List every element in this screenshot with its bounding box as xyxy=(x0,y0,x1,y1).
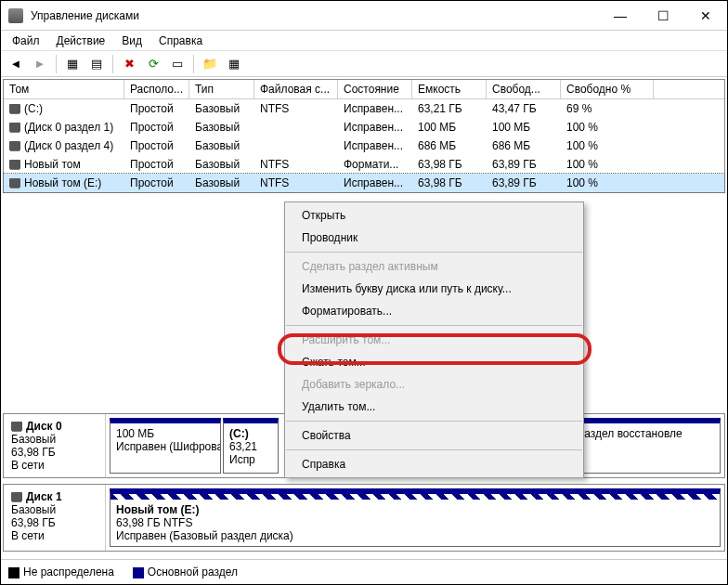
delete-icon[interactable]: ✖ xyxy=(118,53,140,75)
toolbar-separator xyxy=(56,55,57,73)
ctx-add-mirror: Добавить зеркало... xyxy=(285,373,583,396)
col-free-pct[interactable]: Свободно % xyxy=(561,80,654,98)
ctx-format[interactable]: Форматировать... xyxy=(285,300,583,322)
table-cell: Исправен... xyxy=(338,138,412,153)
table-cell: Простой xyxy=(124,157,189,172)
table-cell: Исправен... xyxy=(338,176,412,190)
menu-view[interactable]: Вид xyxy=(114,32,150,49)
ctx-properties[interactable]: Свойства xyxy=(285,424,583,447)
table-cell: 100 % xyxy=(561,120,654,135)
table-row[interactable]: Новый том (E:)ПростойБазовыйNTFSИсправен… xyxy=(4,174,724,192)
menu-action[interactable]: Действие xyxy=(49,32,113,49)
list-icon[interactable]: ▦ xyxy=(223,53,245,75)
volume-icon xyxy=(9,104,20,113)
volume-list-body: (C:)ПростойБазовыйNTFSИсправен...63,21 Г… xyxy=(4,99,724,192)
volume-list: Том Располо... Тип Файловая с... Состоян… xyxy=(3,79,725,193)
forward-button[interactable]: ► xyxy=(29,53,51,75)
table-cell: 100 % xyxy=(561,157,654,172)
disk-label: Диск 0 Базовый 63,98 ГБ В сети xyxy=(4,414,106,477)
legend-swatch-blue xyxy=(133,567,144,578)
table-cell: 100 % xyxy=(561,176,654,190)
ctx-help[interactable]: Справка xyxy=(285,453,583,475)
table-cell: Новый том (E:) xyxy=(4,176,124,190)
table-cell: Простой xyxy=(124,120,189,135)
context-menu: Открыть Проводник Сделать раздел активны… xyxy=(284,202,584,478)
disk-partitions: Новый том (E:)63,98 ГБ NTFSИсправен (Баз… xyxy=(106,485,724,551)
maximize-button[interactable]: ☐ xyxy=(642,1,684,31)
volume-icon xyxy=(9,123,20,132)
col-capacity[interactable]: Емкость xyxy=(412,80,487,98)
minimize-button[interactable]: — xyxy=(599,1,642,31)
volume-icon xyxy=(9,178,20,188)
view-details-button[interactable]: ▦ xyxy=(61,53,84,75)
table-cell: NTFS xyxy=(254,101,338,116)
ctx-open[interactable]: Открыть xyxy=(285,204,583,227)
legend-unallocated: Не распределена xyxy=(8,566,114,578)
table-cell: Базовый xyxy=(189,176,254,190)
toolbar-separator xyxy=(112,55,113,73)
col-status[interactable]: Состояние xyxy=(338,80,412,98)
table-cell: Формати... xyxy=(338,157,412,172)
table-row[interactable]: (Диск 0 раздел 4)ПростойБазовыйИсправен.… xyxy=(4,136,724,155)
volume-icon xyxy=(9,160,20,169)
table-cell: Простой xyxy=(124,138,189,153)
table-cell: Базовый xyxy=(189,157,254,172)
disk-row-1[interactable]: Диск 1 Базовый 63,98 ГБ В сети Новый том… xyxy=(3,484,725,552)
table-cell: 686 МБ xyxy=(412,138,487,153)
ctx-explorer[interactable]: Проводник xyxy=(285,227,583,249)
table-cell: 43,47 ГБ xyxy=(487,101,561,116)
table-cell: 63,89 ГБ xyxy=(487,157,561,172)
table-cell: 63,21 ГБ xyxy=(412,101,487,116)
menu-help[interactable]: Справка xyxy=(151,32,210,49)
ctx-separator xyxy=(286,421,582,422)
partition[interactable]: Новый том (E:)63,98 ГБ NTFSИсправен (Баз… xyxy=(110,488,721,547)
table-row[interactable]: (Диск 0 раздел 1)ПростойБазовыйИсправен.… xyxy=(4,118,724,136)
table-cell: 686 МБ xyxy=(487,138,561,153)
table-cell: 100 % xyxy=(561,138,654,153)
table-cell: (Диск 0 раздел 1) xyxy=(4,120,124,135)
col-free[interactable]: Свобод... xyxy=(487,80,561,98)
ctx-make-active: Сделать раздел активным xyxy=(285,255,583,278)
menubar: Файл Действие Вид Справка xyxy=(1,31,727,51)
table-cell: NTFS xyxy=(254,157,338,172)
legend: Не распределена Основной раздел xyxy=(1,559,727,584)
table-cell: Простой xyxy=(124,176,189,190)
col-volume[interactable]: Том xyxy=(4,80,124,98)
titlebar: Управление дисками — ☐ ✕ xyxy=(1,1,727,31)
table-cell: Исправен... xyxy=(338,101,412,116)
table-cell: Базовый xyxy=(189,138,254,153)
table-cell xyxy=(254,138,338,153)
ctx-change-letter[interactable]: Изменить букву диска или путь к диску... xyxy=(285,278,583,300)
back-button[interactable]: ◄ xyxy=(5,53,27,75)
properties-button[interactable]: ▤ xyxy=(85,53,108,75)
close-button[interactable]: ✕ xyxy=(684,1,727,31)
table-cell: Исправен... xyxy=(338,120,412,135)
col-type[interactable]: Тип xyxy=(189,80,254,98)
ctx-separator xyxy=(286,252,582,253)
partition[interactable]: (C:)63,21Испр xyxy=(223,418,279,474)
col-layout[interactable]: Располо... xyxy=(124,80,189,98)
table-cell: Базовый xyxy=(189,120,254,135)
table-cell: Новый том xyxy=(4,157,124,172)
volume-icon xyxy=(9,141,20,150)
table-cell: (C:) xyxy=(4,101,124,116)
disk-icon xyxy=(11,422,22,431)
refresh-button[interactable]: ⟳ xyxy=(142,53,164,75)
table-cell: 63,98 ГБ xyxy=(412,176,487,190)
rescan-button[interactable]: ▭ xyxy=(166,53,188,75)
window-controls: — ☐ ✕ xyxy=(599,1,727,31)
table-row[interactable]: Новый томПростойБазовыйNTFSФормати...63,… xyxy=(4,155,724,174)
ctx-extend: Расширить том... xyxy=(285,329,583,351)
menu-file[interactable]: Файл xyxy=(5,32,47,49)
table-row[interactable]: (C:)ПростойБазовыйNTFSИсправен...63,21 Г… xyxy=(4,99,724,118)
ctx-delete-volume[interactable]: Удалить том... xyxy=(285,396,583,418)
disk-label: Диск 1 Базовый 63,98 ГБ В сети xyxy=(4,485,106,551)
folder-icon[interactable]: 📁 xyxy=(199,53,221,75)
partition[interactable]: 100 МБИсправен (Шифрова xyxy=(110,418,221,474)
ctx-separator xyxy=(286,449,582,450)
toolbar-separator xyxy=(193,55,194,73)
ctx-shrink[interactable]: Сжать том... xyxy=(285,351,583,373)
col-fs[interactable]: Файловая с... xyxy=(254,80,338,98)
table-cell: Простой xyxy=(124,101,189,116)
legend-swatch-black xyxy=(8,567,20,578)
